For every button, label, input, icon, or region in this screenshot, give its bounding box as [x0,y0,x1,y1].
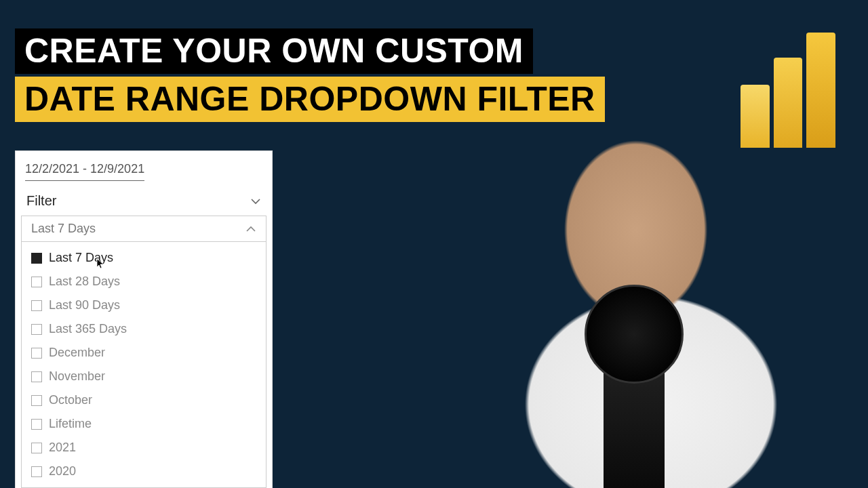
dropdown-option[interactable]: October [22,388,266,412]
checkbox-icon[interactable] [31,466,42,477]
option-label: Last 90 Days [49,296,120,314]
option-label: Last 28 Days [49,272,120,291]
microphone [604,312,665,488]
filter-label: Filter [26,193,56,209]
checkbox-icon[interactable] [31,277,42,287]
checkbox-icon[interactable] [31,253,42,264]
option-label: December [49,344,105,362]
checkbox-icon[interactable] [31,371,42,382]
dropdown-option[interactable]: 2020 [22,460,266,483]
dropdown-option[interactable]: Last 90 Days [22,293,266,317]
dropdown-option[interactable]: Last 7 Days [22,246,266,270]
checkbox-icon[interactable] [31,324,42,335]
option-label: October [49,391,92,409]
dropdown-header[interactable]: Last 7 Days [21,216,267,242]
option-label: Last 7 Days [49,249,113,267]
filter-section-header[interactable]: Filter [16,188,272,216]
checkbox-icon[interactable] [31,300,42,311]
dropdown-options-list: Last 7 DaysLast 28 DaysLast 90 DaysLast … [21,242,267,488]
dropdown-option[interactable]: 2021 [22,436,266,460]
dropdown-option[interactable]: November [22,365,266,388]
dropdown-option[interactable]: Lifetime [22,412,266,436]
checkbox-icon[interactable] [31,419,42,430]
chevron-down-icon [250,196,261,207]
option-label: Last 365 Days [49,320,127,338]
title-line-1: CREATE YOUR OWN CUSTOM [15,28,533,74]
power-bi-logo-icon [741,33,835,148]
option-label: 2021 [49,439,76,457]
option-label: November [49,367,105,386]
dropdown-option[interactable]: December [22,341,266,365]
dropdown-selected-value: Last 7 Days [31,222,96,236]
dropdown-option[interactable]: Last 365 Days [22,317,266,341]
date-range-display: 12/2/2021 - 12/9/2021 [25,158,144,181]
option-label: Lifetime [49,415,92,433]
title-line-2: DATE RANGE DROPDOWN FILTER [15,77,605,122]
chevron-up-icon [245,224,256,235]
option-label: 2020 [49,462,76,481]
checkbox-icon[interactable] [31,395,42,406]
checkbox-icon[interactable] [31,443,42,453]
filter-panel: 12/2/2021 - 12/9/2021 Filter Last 7 Days… [15,150,273,488]
title-block: CREATE YOUR OWN CUSTOM DATE RANGE DROPDO… [15,28,605,122]
dropdown-option[interactable]: Last 28 Days [22,270,266,293]
checkbox-icon[interactable] [31,348,42,359]
